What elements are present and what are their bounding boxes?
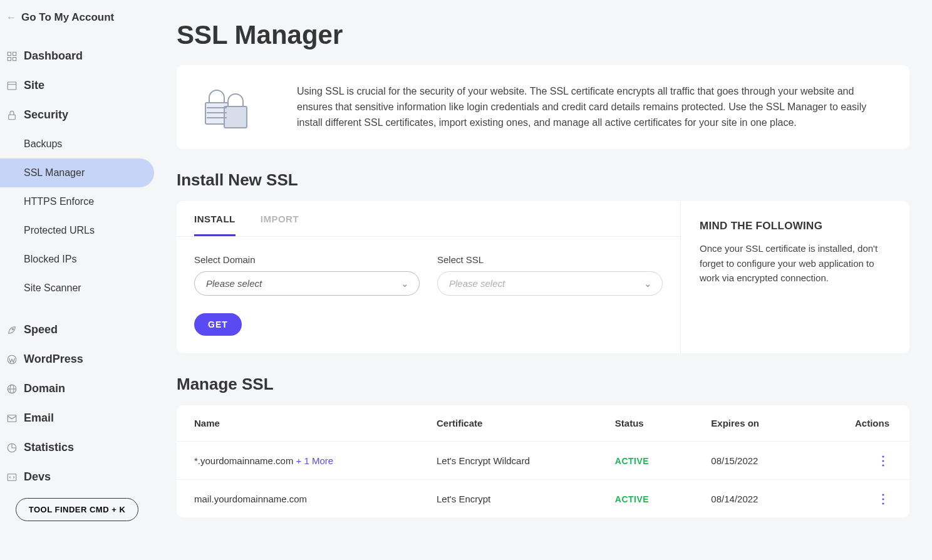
svg-rect-16 [224, 106, 247, 128]
select-domain-placeholder: Please select [206, 278, 262, 289]
cell-actions: ⋮ [809, 480, 909, 518]
sidebar-item-label: Devs [24, 470, 51, 484]
subnav-site-scanner[interactable]: Site Scanner [0, 274, 154, 303]
svg-rect-4 [8, 82, 16, 90]
sidebar-item-domain[interactable]: Domain [0, 374, 154, 403]
svg-rect-2 [8, 57, 11, 60]
svg-rect-0 [8, 52, 11, 55]
account-link-label: Go To My Account [21, 11, 114, 24]
subnav-backups[interactable]: Backups [0, 130, 154, 158]
status-badge: ACTIVE [615, 456, 649, 466]
subnav-https-enforce[interactable]: HTTPS Enforce [0, 187, 154, 216]
svg-point-7 [12, 328, 13, 329]
sidebar-item-label: Security [24, 108, 68, 122]
subnav-protected-urls[interactable]: Protected URLs [0, 216, 154, 245]
globe-icon [6, 383, 18, 395]
main-content: SSL Manager Using SSL is crucial for the… [154, 0, 932, 560]
cell-expires: 08/14/2022 [693, 480, 809, 518]
nav-list: Dashboard Site Security [0, 41, 154, 130]
go-to-account-link[interactable]: ← Go To My Account [0, 6, 154, 29]
col-actions: Actions [809, 405, 909, 442]
table-row: *.yourdomainname.com + 1 More Let's Encr… [177, 442, 909, 480]
svg-rect-3 [13, 57, 16, 60]
sidebar-item-wordpress[interactable]: WordPress [0, 345, 154, 374]
cell-certificate: Let's Encrypt [419, 480, 598, 518]
install-tabs: INSTALL IMPORT [177, 201, 680, 237]
rocket-icon [6, 324, 18, 336]
select-ssl-dropdown[interactable]: Please select ⌄ [437, 271, 663, 296]
install-section-title: Install New SSL [177, 170, 909, 190]
sidebar-item-label: Domain [24, 382, 65, 395]
cell-name: *.yourdomainname.com + 1 More [177, 442, 419, 480]
subnav-blocked-ips[interactable]: Blocked IPs [0, 245, 154, 274]
arrow-left-icon: ← [6, 12, 16, 23]
col-name: Name [177, 405, 419, 442]
mail-icon [6, 413, 18, 424]
sidebar-item-devs[interactable]: Devs [0, 462, 154, 492]
svg-rect-1 [13, 52, 16, 55]
sidebar-item-site[interactable]: Site [0, 71, 154, 100]
info-text: Once your SSL certificate is installed, … [700, 241, 891, 285]
svg-rect-6 [9, 115, 16, 120]
pie-chart-icon [6, 442, 18, 454]
chevron-down-icon: ⌄ [401, 278, 409, 289]
table-header-row: Name Certificate Status Expires on Actio… [177, 405, 909, 442]
sidebar-item-label: WordPress [24, 353, 83, 366]
cell-certificate: Let's Encrypt Wildcard [419, 442, 598, 480]
browser-icon [6, 80, 18, 91]
ssl-padlock-icon [199, 85, 262, 129]
cell-name: mail.yourdomainname.com [177, 480, 419, 518]
info-title: MIND THE FOLLOWING [700, 220, 891, 232]
sidebar-item-label: Email [24, 412, 54, 425]
more-domains-link[interactable]: + 1 More [293, 455, 333, 466]
sidebar-item-label: Statistics [24, 441, 74, 454]
col-certificate: Certificate [419, 405, 598, 442]
install-form: INSTALL IMPORT Select Domain Please sele… [177, 201, 680, 353]
sidebar-item-security[interactable]: Security [0, 100, 154, 130]
select-domain-dropdown[interactable]: Please select ⌄ [194, 271, 420, 296]
manage-section-title: Manage SSL [177, 375, 909, 394]
install-info-panel: MIND THE FOLLOWING Once your SSL certifi… [680, 201, 909, 353]
nav-list-2: Speed WordPress Domain Email Statistics … [0, 315, 154, 492]
select-ssl-placeholder: Please select [449, 278, 505, 289]
table-row: mail.yourdomainname.com Let's Encrypt AC… [177, 480, 909, 518]
manage-ssl-table: Name Certificate Status Expires on Actio… [177, 405, 909, 517]
cell-actions: ⋮ [809, 442, 909, 480]
security-subnav: Backups SSL Manager HTTPS Enforce Protec… [0, 130, 154, 303]
page-title: SSL Manager [177, 20, 909, 50]
tool-finder-button[interactable]: TOOL FINDER CMD + K [16, 498, 139, 521]
wordpress-icon [6, 354, 18, 365]
tab-install[interactable]: INSTALL [194, 201, 236, 236]
kebab-menu-icon[interactable]: ⋮ [877, 454, 889, 467]
select-ssl-label: Select SSL [437, 254, 663, 265]
cell-status: ACTIVE [598, 442, 694, 480]
col-expires: Expires on [693, 405, 809, 442]
col-status: Status [598, 405, 694, 442]
lock-icon [6, 110, 18, 121]
svg-rect-12 [8, 415, 16, 422]
grid-icon [6, 51, 18, 62]
intro-card: Using SSL is crucial for the security of… [177, 65, 909, 149]
install-card: INSTALL IMPORT Select Domain Please sele… [177, 201, 909, 353]
tab-import[interactable]: IMPORT [261, 201, 299, 236]
sidebar-item-label: Speed [24, 323, 58, 336]
sidebar-item-dashboard[interactable]: Dashboard [0, 41, 154, 71]
code-icon [6, 472, 18, 483]
intro-text: Using SSL is crucial for the security of… [297, 84, 887, 130]
get-button[interactable]: GET [194, 313, 242, 336]
cell-expires: 08/15/2022 [693, 442, 809, 480]
sidebar-item-label: Site [24, 79, 44, 92]
sidebar-item-statistics[interactable]: Statistics [0, 433, 154, 462]
cell-status: ACTIVE [598, 480, 694, 518]
select-domain-label: Select Domain [194, 254, 420, 265]
sidebar: ← Go To My Account Dashboard Site Securi… [0, 0, 154, 560]
subnav-ssl-manager[interactable]: SSL Manager [0, 158, 154, 187]
sidebar-item-email[interactable]: Email [0, 403, 154, 433]
svg-rect-14 [8, 474, 16, 480]
sidebar-item-speed[interactable]: Speed [0, 315, 154, 345]
status-badge: ACTIVE [615, 494, 649, 504]
chevron-down-icon: ⌄ [644, 278, 652, 289]
kebab-menu-icon[interactable]: ⋮ [877, 492, 889, 506]
sidebar-item-label: Dashboard [24, 49, 83, 63]
